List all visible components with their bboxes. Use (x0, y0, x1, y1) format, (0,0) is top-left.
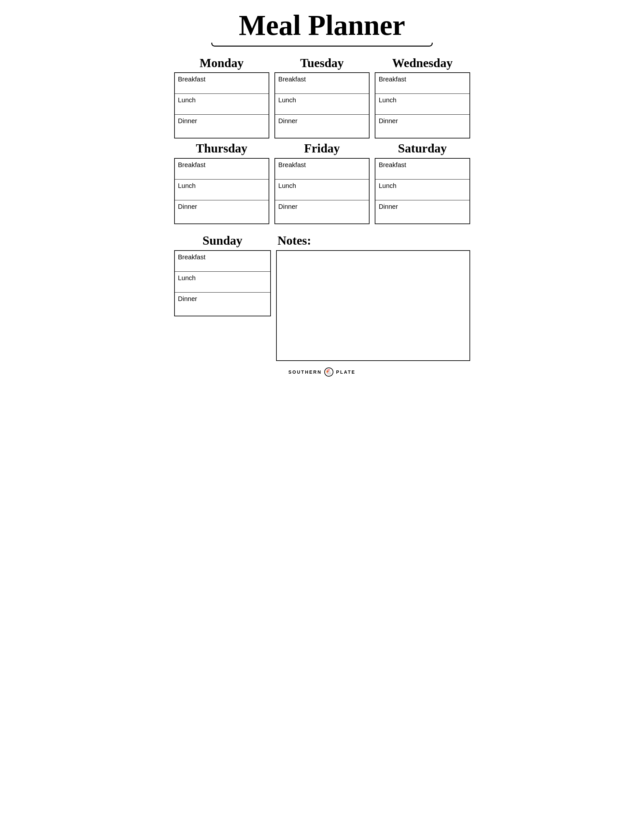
day-monday: Monday Breakfast Lunch Dinner (174, 56, 269, 139)
dinner-friday[interactable]: Dinner (275, 200, 369, 223)
bottom-section: Sunday Breakfast Lunch Dinner Notes: (174, 233, 470, 361)
lunch-saturday[interactable]: Lunch (375, 179, 469, 200)
breakfast-wednesday[interactable]: Breakfast (375, 73, 469, 94)
breakfast-thursday[interactable]: Breakfast (175, 158, 269, 179)
day-label-saturday: Saturday (375, 141, 470, 156)
lunch-monday[interactable]: Lunch (175, 94, 269, 115)
dinner-sunday[interactable]: Dinner (175, 293, 271, 316)
footer-logo-icon: 🐔 (324, 367, 333, 377)
dinner-tuesday[interactable]: Dinner (275, 115, 369, 138)
footer-brand: SOUTHERN (289, 369, 322, 375)
breakfast-tuesday[interactable]: Breakfast (275, 73, 369, 94)
day-saturday: Saturday Breakfast Lunch Dinner (375, 141, 470, 224)
day-label-monday: Monday (174, 56, 269, 71)
day-sunday: Sunday Breakfast Lunch Dinner (174, 233, 271, 361)
breakfast-monday[interactable]: Breakfast (175, 73, 269, 94)
day-label-sunday: Sunday (174, 233, 271, 248)
day-thursday: Thursday Breakfast Lunch Dinner (174, 141, 269, 224)
dinner-thursday[interactable]: Dinner (175, 200, 269, 223)
lunch-thursday[interactable]: Lunch (175, 179, 269, 200)
notes-section: Notes: (276, 233, 470, 361)
lunch-sunday[interactable]: Lunch (175, 272, 271, 293)
day-label-wednesday: Wednesday (375, 56, 470, 71)
meal-box-monday: Breakfast Lunch Dinner (174, 72, 269, 139)
dinner-monday[interactable]: Dinner (175, 115, 269, 138)
page-title: Meal Planner (174, 10, 470, 41)
breakfast-sunday[interactable]: Breakfast (175, 251, 271, 272)
day-friday: Friday Breakfast Lunch Dinner (274, 141, 370, 224)
footer: SOUTHERN 🐔 PLATE (174, 367, 470, 377)
meal-box-tuesday: Breakfast Lunch Dinner (274, 72, 370, 139)
notes-box[interactable] (276, 250, 470, 361)
meal-box-friday: Breakfast Lunch Dinner (274, 158, 370, 224)
meal-box-sunday: Breakfast Lunch Dinner (174, 250, 271, 316)
days-grid: Monday Breakfast Lunch Dinner Tuesday Br… (174, 56, 470, 227)
day-label-thursday: Thursday (174, 141, 269, 156)
day-wednesday: Wednesday Breakfast Lunch Dinner (375, 56, 470, 139)
lunch-tuesday[interactable]: Lunch (275, 94, 369, 115)
day-label-tuesday: Tuesday (274, 56, 370, 71)
lunch-friday[interactable]: Lunch (275, 179, 369, 200)
footer-brand2: PLATE (336, 369, 355, 375)
dinner-saturday[interactable]: Dinner (375, 200, 469, 223)
notes-label: Notes: (276, 233, 470, 248)
title-underline (211, 43, 433, 47)
breakfast-saturday[interactable]: Breakfast (375, 158, 469, 179)
meal-box-wednesday: Breakfast Lunch Dinner (375, 72, 470, 139)
day-tuesday: Tuesday Breakfast Lunch Dinner (274, 56, 370, 139)
dinner-wednesday[interactable]: Dinner (375, 115, 469, 138)
lunch-wednesday[interactable]: Lunch (375, 94, 469, 115)
day-label-friday: Friday (274, 141, 370, 156)
breakfast-friday[interactable]: Breakfast (275, 158, 369, 179)
meal-box-saturday: Breakfast Lunch Dinner (375, 158, 470, 224)
meal-box-thursday: Breakfast Lunch Dinner (174, 158, 269, 224)
